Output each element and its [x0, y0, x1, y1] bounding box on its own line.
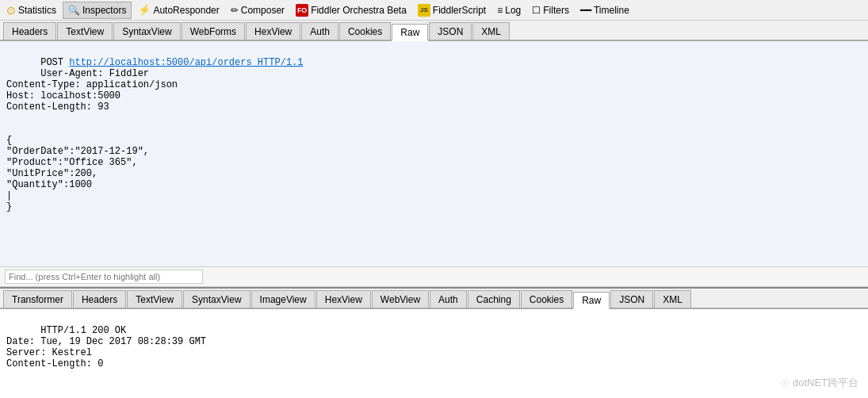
- tab-auth[interactable]: Auth: [301, 22, 338, 40]
- tab-caching[interactable]: Caching: [468, 290, 520, 308]
- request-tab-bar: Headers TextView SyntaxView WebForms Hex…: [0, 21, 868, 41]
- filters-button[interactable]: ☐ Filters: [527, 2, 574, 19]
- autoresponder-button[interactable]: ⚡ AutoResponder: [133, 2, 224, 19]
- request-method: POST: [40, 57, 69, 68]
- dotnet-icon: ⊙: [781, 374, 790, 392]
- tab-raw[interactable]: Raw: [392, 24, 428, 41]
- fo-icon: FO: [296, 4, 308, 17]
- request-body: { "OrderDate":"2017-12-19", "Product":"O…: [6, 135, 149, 212]
- toolbar: ⊙ Statistics 🔍 Inspectors ⚡ AutoResponde…: [0, 0, 868, 21]
- tab-resp-headers[interactable]: Headers: [73, 290, 126, 308]
- tab-syntaxview[interactable]: SyntaxView: [113, 22, 180, 40]
- find-bar: [0, 266, 868, 287]
- fiddlerscript-button[interactable]: JS FiddlerScript: [413, 2, 491, 19]
- response-text: HTTP/1.1 200 OK Date: Tue, 19 Dec 2017 0…: [6, 325, 206, 369]
- inspectors-button[interactable]: 🔍 Inspectors: [63, 2, 132, 19]
- js-icon: JS: [418, 4, 430, 17]
- timeline-button[interactable]: ━━ Timeline: [575, 2, 634, 19]
- response-content-area[interactable]: HTTP/1.1 200 OK Date: Tue, 19 Dec 2017 0…: [0, 309, 868, 398]
- tab-headers[interactable]: Headers: [3, 22, 56, 40]
- statistics-button[interactable]: ⊙ Statistics: [2, 2, 61, 19]
- inspectors-icon: 🔍: [68, 5, 80, 16]
- log-icon: ≡: [497, 5, 503, 16]
- filters-icon: ☐: [532, 5, 541, 16]
- bottom-panel: Transformer Headers TextView SyntaxView …: [0, 287, 868, 398]
- tab-resp-xml[interactable]: XML: [654, 290, 691, 308]
- tab-json[interactable]: JSON: [429, 22, 472, 40]
- top-panel: Headers TextView SyntaxView WebForms Hex…: [0, 21, 868, 287]
- tab-webforms[interactable]: WebForms: [182, 22, 245, 40]
- tab-imageview[interactable]: ImageView: [251, 290, 315, 308]
- composer-button[interactable]: ✏ Composer: [226, 2, 289, 19]
- log-button[interactable]: ≡ Log: [492, 2, 526, 19]
- tab-textview[interactable]: TextView: [57, 22, 113, 40]
- response-tab-bar: Transformer Headers TextView SyntaxView …: [0, 289, 868, 309]
- request-headers: User-Agent: Fiddler Content-Type: applic…: [6, 68, 178, 113]
- watermark: ⊙ dotNET跨平台: [781, 374, 858, 392]
- tab-resp-auth[interactable]: Auth: [430, 290, 467, 308]
- fiddler-orchestra-button[interactable]: FO Fiddler Orchestra Beta: [291, 2, 411, 19]
- tab-xml[interactable]: XML: [472, 22, 510, 40]
- stats-icon: ⊙: [6, 4, 16, 17]
- compose-icon: ✏: [231, 5, 239, 16]
- auto-icon: ⚡: [138, 4, 151, 16]
- tab-resp-textview[interactable]: TextView: [127, 290, 182, 308]
- timeline-icon: ━━: [580, 5, 591, 16]
- tab-hexview[interactable]: HexView: [246, 22, 300, 40]
- tab-webview[interactable]: WebView: [372, 290, 429, 308]
- tab-resp-syntaxview[interactable]: SyntaxView: [183, 290, 250, 308]
- tab-resp-hexview[interactable]: HexView: [316, 290, 371, 308]
- tab-transformer[interactable]: Transformer: [3, 290, 72, 308]
- tab-resp-json[interactable]: JSON: [610, 290, 653, 308]
- main-wrapper: ⊙ Statistics 🔍 Inspectors ⚡ AutoResponde…: [0, 0, 868, 398]
- tab-cookies[interactable]: Cookies: [339, 22, 391, 40]
- tab-resp-raw[interactable]: Raw: [573, 292, 610, 309]
- request-url[interactable]: http://localhost:5000/api/orders HTTP/1.…: [69, 57, 303, 68]
- tab-resp-cookies[interactable]: Cookies: [521, 290, 572, 308]
- find-input[interactable]: [5, 270, 203, 284]
- request-content-area[interactable]: POST http://localhost:5000/api/orders HT…: [0, 41, 868, 266]
